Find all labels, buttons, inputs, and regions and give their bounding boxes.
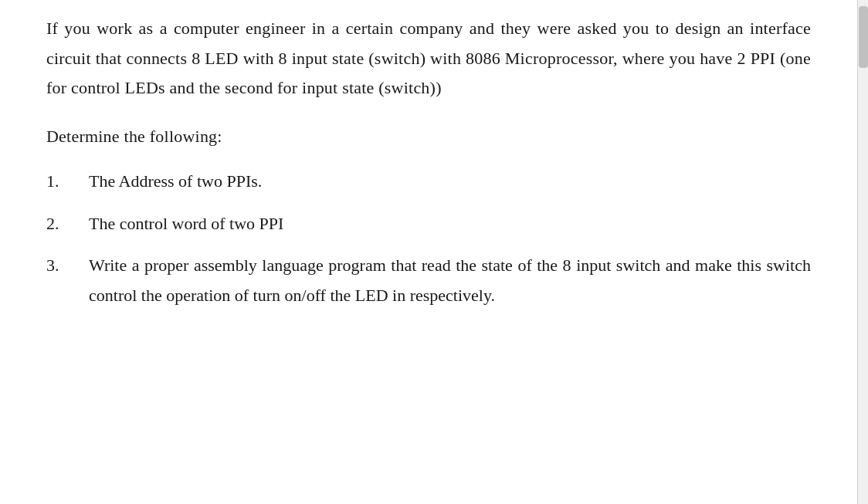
list-item-2-number: 2. xyxy=(46,209,89,239)
list-item-2-text: The control word of two PPI xyxy=(89,209,811,239)
scrollbar-thumb[interactable] xyxy=(859,6,868,68)
page-container: If you work as a computer engineer in a … xyxy=(0,0,868,504)
list-item-3: 3. Write a proper assembly language prog… xyxy=(46,251,811,310)
list-section: 1. The Address of two PPIs. 2. The contr… xyxy=(46,167,811,310)
list-item-2: 2. The control word of two PPI xyxy=(46,209,811,239)
list-item-1-text: The Address of two PPIs. xyxy=(89,167,811,197)
intro-paragraph: If you work as a computer engineer in a … xyxy=(46,14,811,103)
list-item-1-number: 1. xyxy=(46,167,89,197)
list-item-3-number: 3. xyxy=(46,251,89,281)
scrollbar[interactable] xyxy=(857,0,868,504)
content-area: If you work as a computer engineer in a … xyxy=(0,0,857,504)
list-item-1: 1. The Address of two PPIs. xyxy=(46,167,811,197)
determine-label: Determine the following: xyxy=(46,122,811,152)
list-item-3-text: Write a proper assembly language program… xyxy=(89,251,811,310)
